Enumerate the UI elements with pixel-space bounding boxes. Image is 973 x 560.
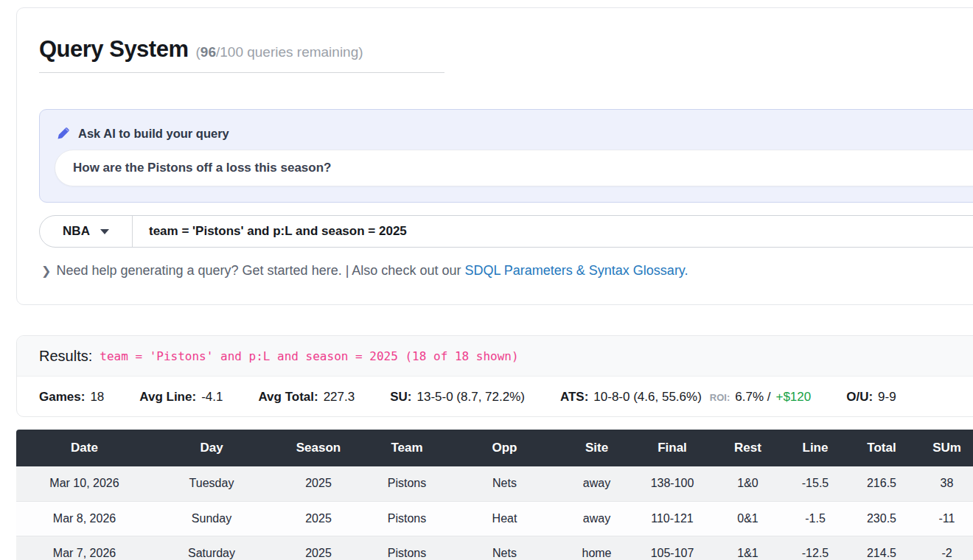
title-divider	[39, 72, 444, 73]
cell-line: -15.5	[783, 466, 848, 501]
results-table-wrap: DateDaySeasonTeamOppSiteFinalRestLineTot…	[16, 430, 973, 560]
column-header-opp[interactable]: Opp	[447, 430, 562, 466]
table-row: Mar 10, 2026Tuesday2025PistonsNetsaway13…	[16, 466, 973, 501]
results-table: DateDaySeasonTeamOppSiteFinalRestLineTot…	[16, 430, 973, 560]
page-title-row: Query System (96/100 queries remaining)	[39, 36, 363, 63]
cell-rest: 1&0	[713, 466, 783, 501]
column-header-final[interactable]: Final	[632, 430, 713, 466]
cell-opp: Nets	[447, 466, 562, 501]
chevron-down-icon	[100, 229, 109, 234]
cell-team: Pistons	[366, 501, 447, 536]
ask-ai-input[interactable]: How are the Pistons off a loss this seas…	[55, 150, 973, 186]
help-line: ❯Need help generating a query? Get start…	[41, 263, 688, 279]
ask-ai-label: Ask AI to build your query	[78, 127, 229, 141]
chevron-right-icon: ❯	[41, 265, 51, 277]
cell-date: Mar 8, 2026	[16, 501, 153, 536]
cell-season: 2025	[271, 466, 366, 501]
cell-opp: Heat	[447, 501, 562, 536]
cell-total: 214.5	[848, 536, 916, 560]
sdql-query-input-value: team = 'Pistons' and p:L and season = 20…	[133, 224, 407, 239]
column-header-site[interactable]: Site	[562, 430, 632, 466]
page-title: Query System	[39, 36, 189, 63]
column-header-season[interactable]: Season	[271, 430, 366, 466]
cell-site: away	[562, 501, 632, 536]
league-dropdown[interactable]: NBA	[40, 216, 133, 247]
stat-ats: ATS:10-8-0 (4.6, 55.6%)ROI:6.7% / +$120	[560, 390, 811, 405]
cell-team: Pistons	[366, 466, 447, 501]
cell-total: 230.5	[848, 501, 916, 536]
roi-profit: +$120	[775, 390, 811, 405]
sdql-query-bar: NBA team = 'Pistons' and p:L and season …	[39, 215, 973, 248]
stat-su: SU:13-5-0 (8.7, 72.2%)	[390, 390, 525, 405]
column-header-sum[interactable]: SUm	[916, 430, 973, 466]
column-header-day[interactable]: Day	[153, 430, 271, 466]
stat-ou: O/U:9-9	[846, 390, 896, 405]
cell-season: 2025	[271, 536, 366, 560]
cell-line: -1.5	[783, 501, 848, 536]
results-query-echo: team = 'Pistons' and p:L and season = 20…	[100, 349, 518, 363]
cell-total: 216.5	[848, 466, 916, 501]
cell-site: home	[562, 536, 632, 560]
ask-ai-label-row: Ask AI to build your query	[56, 126, 229, 141]
quota-used-count: 96	[200, 44, 216, 60]
quota-remaining: (96/100 queries remaining)	[196, 44, 363, 60]
cell-site: away	[562, 466, 632, 501]
cell-rest: 0&1	[713, 501, 783, 536]
stat-games: Games:18	[39, 390, 104, 405]
column-header-date[interactable]: Date	[16, 430, 153, 466]
cell-date: Mar 10, 2026	[16, 466, 153, 501]
cell-day: Tuesday	[153, 466, 271, 501]
cell-team: Pistons	[366, 536, 447, 560]
query-system-card: Query System (96/100 queries remaining) …	[16, 7, 973, 305]
sdql-query-input[interactable]: team = 'Pistons' and p:L and season = 20…	[133, 216, 973, 247]
ask-ai-input-value: How are the Pistons off a loss this seas…	[55, 161, 331, 175]
stat-avg-total: Avg Total:227.3	[258, 390, 355, 405]
column-header-line[interactable]: Line	[783, 430, 848, 466]
cell-season: 2025	[271, 501, 366, 536]
column-header-rest[interactable]: Rest	[713, 430, 783, 466]
cell-day: Sunday	[153, 501, 271, 536]
cell-rest: 1&1	[713, 536, 783, 560]
cell-line: -12.5	[783, 536, 848, 560]
roi-label: ROI:	[710, 392, 730, 403]
cell-date: Mar 7, 2026	[16, 536, 153, 560]
cell-final: 138-100	[632, 466, 713, 501]
stat-avg-line: Avg Line:-4.1	[139, 390, 223, 405]
cell-final: 110-121	[632, 501, 713, 536]
cell-sum: -2	[916, 536, 973, 560]
results-header: Results: team = 'Pistons' and p:L and se…	[17, 336, 973, 377]
column-header-team[interactable]: Team	[366, 430, 447, 466]
results-card: Results: team = 'Pistons' and p:L and se…	[16, 335, 973, 417]
table-row: Mar 7, 2026Saturday2025PistonsNetshome10…	[16, 536, 973, 560]
ask-ai-panel: Ask AI to build your query How are the P…	[39, 109, 973, 203]
sdql-glossary-link[interactable]: SDQL Parameters & Syntax Glossary.	[464, 263, 688, 278]
table-header-row: DateDaySeasonTeamOppSiteFinalRestLineTot…	[16, 430, 973, 466]
cell-final: 105-107	[632, 536, 713, 560]
column-header-total[interactable]: Total	[848, 430, 916, 466]
pencil-icon	[56, 126, 71, 141]
table-row: Mar 8, 2026Sunday2025PistonsHeataway110-…	[16, 501, 973, 536]
help-text: Need help generating a query? Get starte…	[56, 263, 464, 278]
league-dropdown-value: NBA	[63, 224, 90, 239]
cell-sum: 38	[916, 466, 973, 501]
summary-stats-row: Games:18 Avg Line:-4.1 Avg Total:227.3 S…	[17, 377, 973, 417]
cell-day: Saturday	[153, 536, 271, 560]
results-label: Results:	[39, 348, 92, 365]
cell-opp: Nets	[447, 536, 562, 560]
cell-sum: -11	[916, 501, 973, 536]
